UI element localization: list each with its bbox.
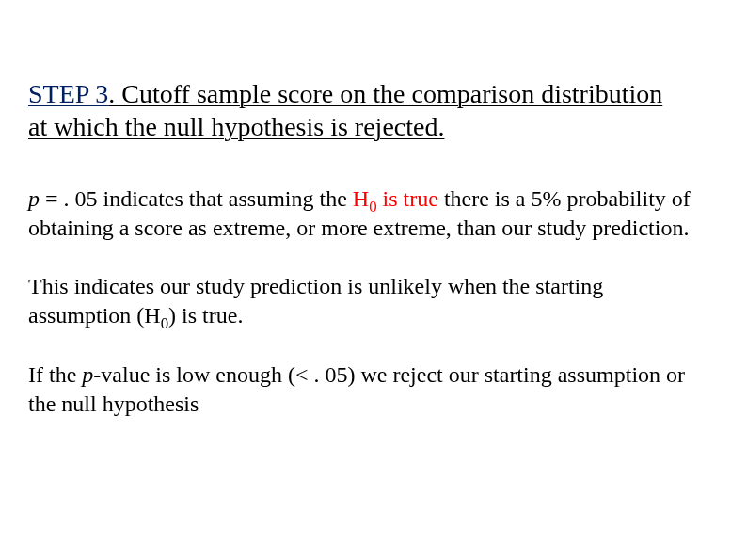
paragraph-2: This indicates our study prediction is u… [28,272,706,329]
text: ) is true. [168,303,243,328]
text: -value is low enough (< . 05) we reject … [28,362,685,416]
h0-red: H0 is true [353,186,438,211]
text: If the [28,362,82,387]
heading-text: . Cutoff sample score on the comparison … [28,79,662,141]
text: is true [377,186,438,211]
text: This indicates our study prediction is u… [28,274,603,328]
h-subscript: 0 [161,314,168,332]
paragraph-1: p = . 05 indicates that assuming the H0 … [28,184,706,242]
slide-body: p = . 05 indicates that assuming the H0 … [28,184,706,418]
h0: H0 [144,303,168,328]
slide: STEP 3. Cutoff sample score on the compa… [0,0,747,560]
slide-heading: STEP 3. Cutoff sample score on the compa… [28,77,687,143]
step-label: STEP 3 [28,79,108,108]
h-letter: H [353,186,369,211]
text: = . 05 indicates that assuming the [40,186,353,211]
h-subscript: 0 [369,198,376,216]
h-letter: H [144,303,160,328]
paragraph-3: If the p-value is low enough (< . 05) we… [28,360,706,418]
p-variable: p [28,186,40,211]
p-variable: p [82,362,93,387]
